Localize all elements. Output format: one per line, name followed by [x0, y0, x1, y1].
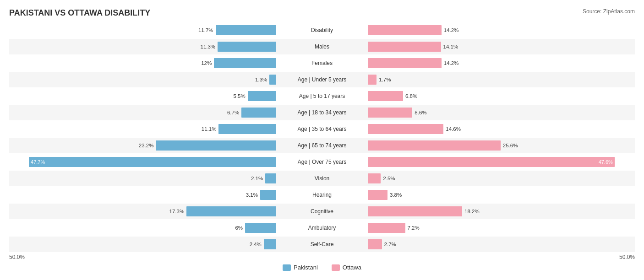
right-section: 47.6%: [368, 154, 635, 170]
bar-pakistani: [216, 25, 276, 35]
bar-pakistani: [245, 223, 276, 233]
chart-source: Source: ZipAtlas.com: [583, 8, 635, 15]
bar-ottawa: [368, 42, 441, 52]
bar-row: 2.1%Vision2.5%: [9, 171, 635, 186]
bar-category-label: Hearing: [276, 192, 368, 198]
chart-container: PAKISTANI VS OTTAWA DISABILITY Source: Z…: [0, 0, 644, 280]
bar-category-label: Self-Care: [276, 241, 368, 248]
bar-value-pakistani-label: 11.7%: [198, 27, 213, 33]
axis-right-label: 50.0%: [619, 254, 635, 260]
left-section: 11.7%: [9, 22, 276, 38]
bar-row: 11.3%Males14.1%: [9, 39, 635, 54]
bar-value-ottawa-label: 6.8%: [405, 93, 417, 99]
left-section: 12%: [9, 55, 276, 71]
bar-category-label: Age | 5 to 17 years: [276, 93, 368, 99]
bar-value-pakistani-label: 2.4%: [250, 242, 262, 247]
bar-ottawa: [368, 223, 405, 233]
bar-category-label: Disability: [276, 27, 368, 33]
legend-item-pakistani: Pakistani: [283, 264, 318, 271]
bar-ottawa: [368, 239, 382, 249]
bar-value-ottawa-label: 3.8%: [390, 192, 402, 198]
bar-ottawa: [368, 190, 387, 200]
bar-ottawa: [368, 206, 462, 216]
bar-category-label: Age | 18 to 34 years: [276, 109, 368, 116]
bar-value-ottawa-label: 1.7%: [379, 77, 391, 82]
bar-value-pakistani: 47.7%: [29, 159, 47, 165]
bar-value-ottawa-label: 2.7%: [384, 242, 396, 247]
bar-ottawa: [368, 75, 377, 85]
left-section: 3.1%: [9, 187, 276, 203]
bar-ottawa: [368, 124, 443, 134]
bar-value-ottawa-label: 7.2%: [408, 225, 420, 231]
left-section: 5.5%: [9, 88, 276, 104]
bar-value-pakistani-label: 17.3%: [169, 209, 185, 214]
bar-pakistani: [265, 173, 276, 183]
left-section: 17.3%: [9, 204, 276, 219]
bar-category-label: Cognitive: [276, 208, 368, 215]
bar-value-ottawa: 47.6%: [597, 159, 615, 165]
bar-row: 12%Females14.2%: [9, 55, 635, 71]
bar-value-ottawa-label: 14.2%: [444, 27, 459, 33]
bar-row: 17.3%Cognitive18.2%: [9, 204, 635, 219]
legend-box-ottawa: [332, 264, 340, 271]
bar-row: 3.1%Hearing3.8%: [9, 187, 635, 203]
bar-ottawa: [368, 140, 501, 151]
right-section: 25.6%: [368, 138, 635, 153]
right-section: 14.2%: [368, 55, 635, 71]
left-section: 6.7%: [9, 105, 276, 120]
legend-label-pakistani: Pakistani: [294, 264, 318, 271]
right-section: 18.2%: [368, 204, 635, 219]
bar-value-pakistani-label: 12%: [201, 60, 212, 66]
bar-value-ottawa-label: 18.2%: [464, 209, 480, 214]
bar-ottawa: [368, 58, 442, 68]
bar-ottawa: [368, 25, 442, 35]
right-section: 7.2%: [368, 220, 635, 236]
bar-pakistani: [241, 108, 276, 118]
bar-value-ottawa-label: 25.6%: [503, 143, 518, 148]
bar-row: 5.5%Age | 5 to 17 years6.8%: [9, 88, 635, 104]
bar-value-pakistani-label: 11.3%: [200, 44, 215, 49]
bar-category-label: Vision: [276, 175, 368, 182]
bar-category-label: Ambulatory: [276, 225, 368, 231]
bar-pakistani: [214, 58, 276, 68]
right-section: 14.2%: [368, 22, 635, 38]
bar-pakistani: [186, 206, 276, 216]
chart-title: PAKISTANI VS OTTAWA DISABILITY: [9, 8, 150, 18]
legend: Pakistani Ottawa: [9, 264, 635, 271]
bar-row: 11.7%Disability14.2%: [9, 22, 635, 38]
legend-label-ottawa: Ottawa: [343, 264, 361, 271]
bar-ottawa: 47.6%: [368, 157, 615, 167]
bar-row: 47.7%Age | Over 75 years47.6%: [9, 154, 635, 170]
axis-labels: 50.0% 50.0%: [9, 254, 635, 260]
chart-area: 11.7%Disability14.2%11.3%Males14.1%12%Fe…: [9, 22, 635, 252]
bar-pakistani: [156, 140, 276, 151]
bar-pakistani: [248, 91, 276, 101]
bar-value-pakistani-label: 6%: [235, 225, 243, 231]
bar-category-label: Age | Under 5 years: [276, 76, 368, 83]
bar-value-ottawa-label: 14.2%: [444, 60, 459, 66]
bar-value-ottawa-label: 14.6%: [446, 126, 461, 132]
bar-row: 6.7%Age | 18 to 34 years8.6%: [9, 105, 635, 120]
left-section: 23.2%: [9, 138, 276, 153]
right-section: 3.8%: [368, 187, 635, 203]
right-section: 14.6%: [368, 121, 635, 137]
right-section: 2.7%: [368, 237, 635, 252]
legend-item-ottawa: Ottawa: [332, 264, 361, 271]
bar-category-label: Age | Over 75 years: [276, 159, 368, 165]
bar-value-ottawa-label: 8.6%: [415, 110, 426, 115]
bar-pakistani: 47.7%: [29, 157, 276, 167]
bar-pakistani: [264, 239, 276, 249]
bar-category-label: Age | 65 to 74 years: [276, 142, 368, 149]
axis-left-label: 50.0%: [9, 254, 25, 260]
bar-pakistani: [260, 190, 276, 200]
bar-ottawa: [368, 173, 381, 183]
bar-category-label: Age | 35 to 64 years: [276, 126, 368, 132]
bar-value-pakistani-label: 23.2%: [139, 143, 154, 148]
bar-category-label: Females: [276, 60, 368, 66]
right-section: 14.1%: [368, 39, 635, 54]
left-section: 1.3%: [9, 72, 276, 87]
right-section: 8.6%: [368, 105, 635, 120]
bar-pakistani: [269, 75, 276, 85]
bar-row: 6%Ambulatory7.2%: [9, 220, 635, 236]
bar-value-pakistani-label: 2.1%: [251, 176, 263, 181]
